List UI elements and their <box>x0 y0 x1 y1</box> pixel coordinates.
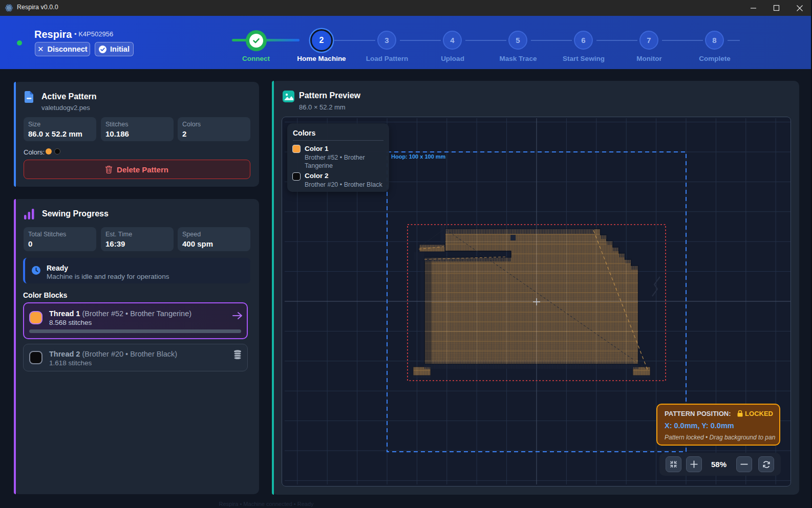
svg-text:Hoop: 100 x 100 mm: Hoop: 100 x 100 mm <box>391 153 446 160</box>
